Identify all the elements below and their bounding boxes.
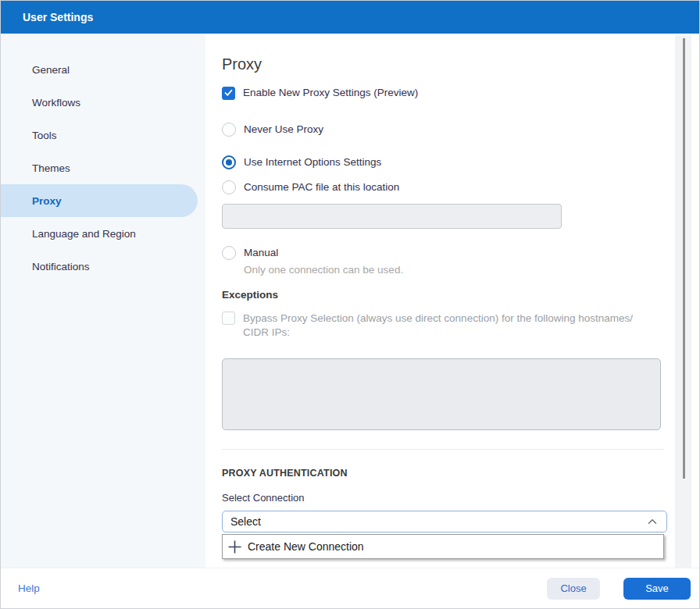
page-title: Proxy [222,54,667,74]
exceptions-textarea[interactable] [222,358,661,430]
manual-row: Manual [222,244,667,262]
select-connection-label: Select Connection [222,492,667,504]
sidebar-item-label: Tools [32,130,57,141]
close-button[interactable]: Close [547,578,600,600]
plus-icon [227,540,242,554]
sidebar-item-label: Notifications [32,261,90,272]
pac-location-input[interactable] [222,204,562,229]
pac-file-radio[interactable] [222,180,236,194]
internet-options-row: Use Internet Options Settings [222,154,667,171]
save-button[interactable]: Save [623,578,691,600]
sidebar-item-proxy[interactable]: Proxy [1,184,198,217]
sidebar-item-workflows[interactable]: Workflows [1,86,205,119]
enable-proxy-checkbox[interactable] [222,87,235,100]
never-use-proxy-radio[interactable] [222,123,236,137]
dialog-title: User Settings [23,11,93,23]
pac-file-label: Consume PAC file at this location [244,180,399,194]
sidebar-item-label: Themes [32,162,70,174]
section-divider [222,449,663,450]
sidebar-item-label: Workflows [32,97,80,109]
connection-select[interactable]: Select [222,511,667,532]
bypass-proxy-row: Bypass Proxy Selection (always use direc… [222,312,667,340]
vertical-scrollbar-track[interactable] [675,35,691,569]
pac-file-row: Consume PAC file at this location [222,179,667,196]
never-use-proxy-row: Never Use Proxy [222,121,667,138]
internet-options-radio[interactable] [222,155,236,169]
connection-dropdown-list: Create New Connection [222,534,664,559]
create-new-connection-item[interactable]: Create New Connection [223,535,663,558]
manual-radio[interactable] [222,246,236,260]
sidebar-item-label: Language and Region [32,228,136,240]
vertical-scrollbar-thumb[interactable] [683,38,685,479]
help-link[interactable]: Help [18,582,40,594]
enable-proxy-row: Enable New Proxy Settings (Preview) [222,85,667,101]
bypass-proxy-label: Bypass Proxy Selection (always use direc… [243,312,665,340]
dialog-footer: Help Close Save [1,568,699,608]
bypass-proxy-checkbox[interactable] [222,312,235,325]
user-settings-dialog: User Settings General Workflows Tools Th… [0,0,700,609]
sidebar-item-notifications[interactable]: Notifications [1,250,205,283]
sidebar-item-general[interactable]: General [1,53,205,86]
exceptions-heading: Exceptions [222,288,667,302]
manual-label: Manual [244,246,278,260]
chevron-up-icon [648,518,657,525]
settings-sidebar: General Workflows Tools Themes Proxy Lan… [1,34,205,569]
check-icon [224,89,233,97]
sidebar-item-label: Proxy [32,195,62,207]
manual-hint-text: Only one connection can be used. [244,263,667,277]
title-bar: User Settings [1,1,699,34]
never-use-proxy-label: Never Use Proxy [244,123,323,137]
connection-select-value: Select [230,515,261,528]
sidebar-item-label: General [32,64,70,76]
proxy-settings-panel: Proxy Enable New Proxy Settings (Preview… [222,34,667,559]
proxy-authentication-heading: PROXY AUTHENTICATION [222,467,667,479]
enable-proxy-label: Enable New Proxy Settings (Preview) [243,86,418,100]
internet-options-label: Use Internet Options Settings [244,155,381,169]
sidebar-item-tools[interactable]: Tools [1,119,205,151]
create-new-connection-label: Create New Connection [248,540,364,553]
sidebar-item-themes[interactable]: Themes [1,151,205,184]
sidebar-item-language-and-region[interactable]: Language and Region [1,217,205,250]
